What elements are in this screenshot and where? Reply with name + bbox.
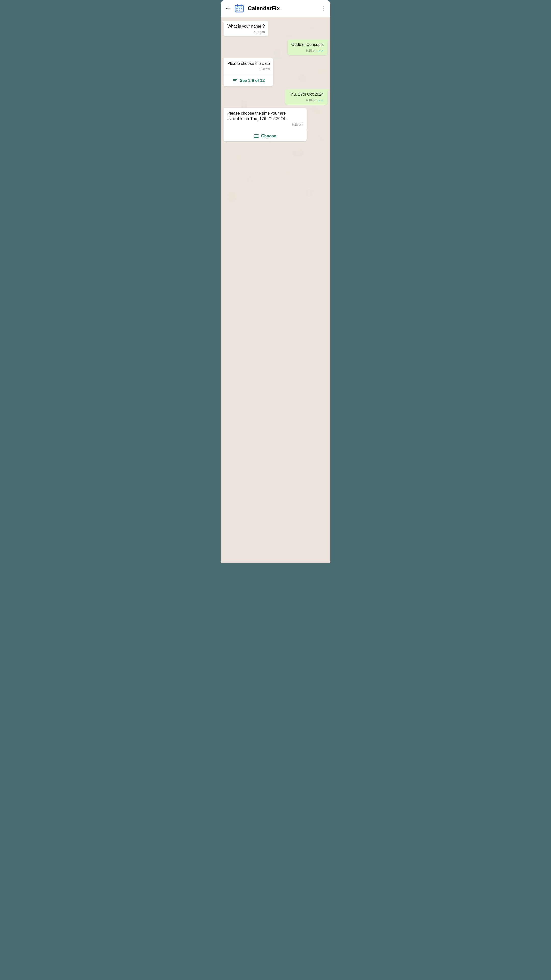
app-name: CalendarFix (248, 5, 317, 12)
bubble-time-1: 6:18 pm (227, 30, 265, 34)
bubble-content-3: Please choose the date 6:18 pm (224, 58, 273, 72)
sent-bubble-2: Thu, 17th Oct 2024 6:18 pm ✓✓ (285, 89, 327, 105)
bubble-content-5: Please choose the time your are availabl… (224, 108, 306, 127)
bubble-time-5: 6:18 pm (227, 123, 303, 126)
read-tick-1: ✓✓ (318, 49, 324, 52)
bubble-time-3: 6:18 pm (227, 67, 270, 71)
list-button-label-1: See 1-9 of 12 (240, 78, 265, 83)
received-bubble-1: What is your name ? 6:18 pm (224, 21, 268, 36)
read-tick-2: ✓✓ (318, 99, 324, 102)
chat-messages: What is your name ? 6:18 pm Oddball Conc… (221, 17, 330, 146)
bubble-text-1: What is your name ? (227, 24, 265, 28)
svg-text:📸: 📸 (292, 146, 303, 157)
message-row-5: Please choose the time your are availabl… (224, 108, 327, 142)
sent-bubble-1: Oddball Concepts 6:18 pm ✓✓ (288, 39, 327, 55)
bubble-text-4: Thu, 17th Oct 2024 (289, 92, 324, 97)
see-dates-button[interactable]: See 1-9 of 12 (224, 75, 273, 86)
menu-button[interactable]: ⋮ (320, 5, 326, 12)
bubble-text-2: Oddball Concepts (291, 42, 324, 47)
svg-text:🎯: 🎯 (305, 188, 314, 197)
choose-time-button[interactable]: Choose (224, 130, 306, 142)
svg-text:🍔: 🍔 (226, 192, 237, 203)
received-bubble-with-list-2: Please choose the time your are availabl… (224, 108, 306, 142)
list-button-label-2: Choose (261, 134, 276, 138)
message-row-4: Thu, 17th Oct 2024 6:18 pm ✓✓ (224, 89, 327, 105)
message-row-3: Please choose the date 6:18 pm See 1-9 o… (224, 58, 327, 86)
back-button[interactable]: ← (225, 5, 231, 12)
bottom-panel (221, 563, 330, 980)
list-icon-1 (233, 79, 237, 82)
svg-rect-4 (237, 8, 238, 10)
time-label-1: 6:18 pm (254, 30, 265, 34)
svg-rect-5 (238, 8, 240, 10)
time-label-5: 6:18 pm (292, 123, 303, 126)
bubble-time-2: 6:18 pm ✓✓ (291, 49, 324, 52)
received-bubble-with-list-1: Please choose the date 6:18 pm See 1-9 o… (224, 58, 273, 86)
app-logo (234, 3, 245, 14)
message-row-2: Oddball Concepts 6:18 pm ✓✓ (224, 39, 327, 55)
message-row-1: What is your name ? 6:18 pm (224, 21, 327, 36)
bubble-text-5: Please choose the time your are availabl… (227, 111, 286, 121)
app-header: ← CalendarFix ⋮ (221, 0, 330, 17)
time-label-2: 6:18 pm (306, 49, 317, 52)
svg-text:⚙: ⚙ (246, 174, 255, 185)
bubble-text-3: Please choose the date (227, 61, 270, 65)
more-options-icon: ⋮ (320, 5, 326, 12)
bubble-time-4: 6:18 pm ✓✓ (289, 99, 324, 102)
chat-area: 🎵 📷 ☁ ✏ 🕐 👤 📊 🔔 🚲 📚 ⭐ 📱 ✈ 📩 🎭 🔧 🔋 📸 🏠 ⚙ … (221, 17, 330, 563)
svg-rect-7 (237, 10, 238, 11)
list-icon-2 (254, 135, 259, 138)
time-label-3: 6:18 pm (259, 67, 270, 71)
back-icon: ← (225, 5, 231, 12)
svg-text:🔋: 🔋 (233, 153, 243, 162)
svg-text:⚡: ⚡ (282, 167, 292, 177)
time-label-4: 6:18 pm (306, 99, 317, 102)
svg-rect-6 (241, 8, 242, 10)
logo-svg (234, 3, 245, 14)
bubble-divider-1 (224, 73, 273, 74)
svg-rect-8 (238, 10, 240, 11)
